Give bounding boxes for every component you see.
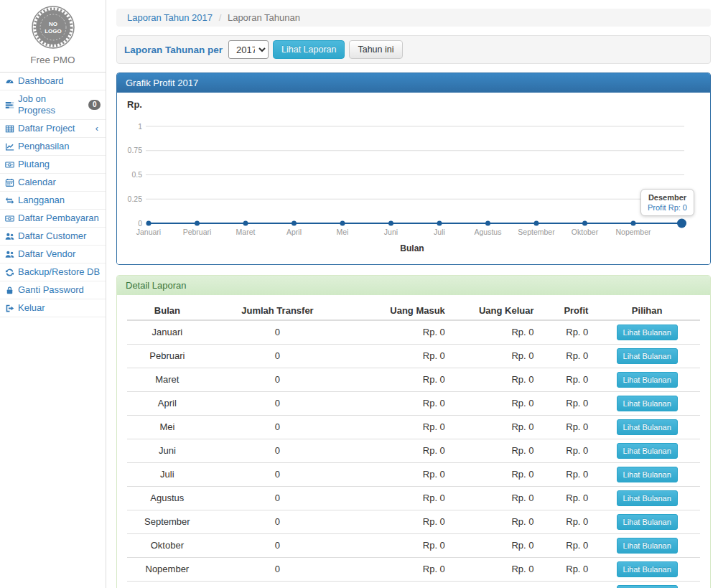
lock-icon xyxy=(5,286,14,295)
sidebar-item-daftar-project[interactable]: Daftar Project‹ xyxy=(0,120,106,138)
cell-jumlah-transfer: 0 xyxy=(208,463,348,487)
column-header-bulan: Bulan xyxy=(127,302,208,320)
cell-profit: Rp. 0 xyxy=(540,416,595,439)
sidebar-item-link[interactable]: Daftar Vendor xyxy=(0,246,106,263)
this-year-button[interactable]: Tahun ini xyxy=(349,40,402,59)
svg-text:Pebruari: Pebruari xyxy=(183,228,212,236)
cell-pilihan: Lihat Bulanan xyxy=(594,416,700,439)
cell-profit: Rp. 0 xyxy=(540,368,595,392)
cell-profit: Rp. 0 xyxy=(540,345,595,368)
view-monthly-button[interactable]: Lihat Bulanan xyxy=(617,396,678,411)
sidebar-item-link[interactable]: Daftar Project‹ xyxy=(0,120,106,137)
monthly-report-table: BulanJumlah TransferUang MasukUang Kelua… xyxy=(127,302,700,588)
sidebar-item-link[interactable]: Keluar xyxy=(0,299,106,317)
cell-profit: Rp. 0 xyxy=(540,558,595,582)
sidebar-item-keluar[interactable]: Keluar xyxy=(0,299,106,317)
view-monthly-button[interactable]: Lihat Bulanan xyxy=(617,419,678,435)
sidebar-item-dashboard[interactable]: Dashboard xyxy=(0,73,106,90)
column-header-pilihan: Pilihan xyxy=(594,302,700,320)
view-monthly-button[interactable]: Lihat Bulanan xyxy=(617,561,678,577)
table-row: Nopember0Rp. 0Rp. 0Rp. 0Lihat Bulanan xyxy=(127,558,700,582)
calendar-icon xyxy=(5,178,14,187)
cell-jumlah-transfer: 0 xyxy=(208,416,348,439)
sidebar-item-daftar-pembayaran[interactable]: Daftar Pembayaran xyxy=(0,210,106,228)
cell-profit: Rp. 0 xyxy=(540,510,595,534)
sidebar-item-link[interactable]: Langganan xyxy=(0,192,106,209)
sidebar-item-backup-restore-db[interactable]: Backup/Restore DB xyxy=(0,263,106,281)
cell-jumlah-transfer: 0 xyxy=(208,320,348,345)
svg-text:0.5: 0.5 xyxy=(131,170,142,179)
table-icon xyxy=(5,124,14,134)
cell-uang-masuk: Rp. 0 xyxy=(348,416,451,439)
sidebar-item-daftar-vendor[interactable]: Daftar Vendor xyxy=(0,246,106,263)
view-monthly-button[interactable]: Lihat Bulanan xyxy=(617,372,678,388)
view-monthly-button[interactable]: Lihat Bulanan xyxy=(617,443,678,459)
chart-tooltip-value: Profit Rp: 0 xyxy=(648,203,687,212)
view-monthly-button[interactable]: Lihat Bulanan xyxy=(617,325,678,340)
cell-jumlah-transfer: 0 xyxy=(208,368,348,392)
sidebar-item-link[interactable]: Penghasilan xyxy=(0,138,106,155)
sidebar-item-label: Daftar Project xyxy=(18,123,75,134)
view-monthly-button[interactable]: Lihat Bulanan xyxy=(617,490,678,506)
cell-pilihan: Lihat Bulanan xyxy=(594,320,700,345)
view-monthly-button[interactable]: Lihat Bulanan xyxy=(617,585,678,588)
cell-bulan: Oktober xyxy=(127,534,208,558)
svg-text:Nopember: Nopember xyxy=(615,228,651,236)
svg-text:Juni: Juni xyxy=(384,228,398,236)
cell-pilihan: Lihat Bulanan xyxy=(594,558,700,582)
sidebar-item-job-on-progress[interactable]: Job on Progress0 xyxy=(0,90,106,120)
sidebar-item-calendar[interactable]: Calendar xyxy=(0,174,106,192)
table-row: Pebruari0Rp. 0Rp. 0Rp. 0Lihat Bulanan xyxy=(127,345,700,368)
tasks-icon xyxy=(5,101,14,110)
cell-pilihan: Lihat Bulanan xyxy=(594,345,700,368)
cell-pilihan: Lihat Bulanan xyxy=(594,463,700,487)
sidebar-item-link[interactable]: Dashboard xyxy=(0,73,106,90)
money-icon xyxy=(5,214,14,223)
cell-bulan: Maret xyxy=(127,368,208,392)
table-row: September0Rp. 0Rp. 0Rp. 0Lihat Bulanan xyxy=(127,510,700,534)
sidebar-item-label: Daftar Vendor xyxy=(18,248,75,260)
svg-text:0.75: 0.75 xyxy=(128,146,143,154)
users-icon xyxy=(5,232,14,241)
view-monthly-button[interactable]: Lihat Bulanan xyxy=(617,348,678,364)
view-monthly-button[interactable]: Lihat Bulanan xyxy=(617,467,678,482)
logo-box: NO LOGO Free PMO xyxy=(0,0,106,73)
cell-uang-keluar: Rp. 0 xyxy=(451,558,540,582)
cell-uang-keluar: Rp. 0 xyxy=(451,345,540,368)
sidebar-item-penghasilan[interactable]: Penghasilan xyxy=(0,138,106,156)
svg-text:September: September xyxy=(518,228,555,236)
svg-text:Juli: Juli xyxy=(434,228,445,236)
year-select[interactable]: 2017 xyxy=(228,40,269,59)
chart-panel-body: Rp.00.250.50.751JanuariPebruariMaretApri… xyxy=(117,93,710,264)
sidebar-item-ganti-password[interactable]: Ganti Password xyxy=(0,281,106,299)
cell-bulan: April xyxy=(127,392,208,416)
sidebar-item-langganan[interactable]: Langganan xyxy=(0,192,106,210)
sidebar-item-link[interactable]: Daftar Pembayaran xyxy=(0,210,106,227)
view-monthly-button[interactable]: Lihat Bulanan xyxy=(617,514,678,530)
sidebar-item-link[interactable]: Job on Progress0 xyxy=(0,90,106,119)
sidebar-item-label: Calendar xyxy=(18,177,56,188)
sidebar-item-link[interactable]: Backup/Restore DB xyxy=(0,263,106,281)
sidebar-item-piutang[interactable]: Piutang xyxy=(0,156,106,174)
profit-line-chart: Rp.00.250.50.751JanuariPebruariMaretApri… xyxy=(127,98,700,258)
chart-tooltip: Desember Profit Rp: 0 xyxy=(640,189,694,216)
sidebar-item-link[interactable]: Piutang xyxy=(0,156,106,173)
view-report-button[interactable]: Lihat Laporan xyxy=(273,40,345,59)
sidebar-item-label: Dashboard xyxy=(18,75,64,87)
view-monthly-button[interactable]: Lihat Bulanan xyxy=(617,538,678,554)
svg-text:1: 1 xyxy=(138,122,142,131)
detail-report-panel: Detail Laporan BulanJumlah TransferUang … xyxy=(116,275,711,588)
table-row: Desember0Rp. 0Rp. 0Rp. 0Lihat Bulanan xyxy=(127,582,700,588)
retweet-icon xyxy=(5,196,14,205)
cell-pilihan: Lihat Bulanan xyxy=(594,582,700,588)
cell-uang-masuk: Rp. 0 xyxy=(348,320,451,345)
table-header-row: BulanJumlah TransferUang MasukUang Kelua… xyxy=(127,302,700,320)
chart-tooltip-title: Desember xyxy=(648,193,687,202)
sidebar-item-link[interactable]: Ganti Password xyxy=(0,281,106,299)
sidebar-item-link[interactable]: Daftar Customer xyxy=(0,228,106,245)
breadcrumb-link[interactable]: Laporan Tahun 2017 xyxy=(127,12,213,23)
sidebar-item-link[interactable]: Calendar xyxy=(0,174,106,191)
sidebar-item-label: Backup/Restore DB xyxy=(18,266,100,278)
sidebar-item-label: Job on Progress xyxy=(18,93,85,116)
sidebar-item-daftar-customer[interactable]: Daftar Customer xyxy=(0,228,106,246)
